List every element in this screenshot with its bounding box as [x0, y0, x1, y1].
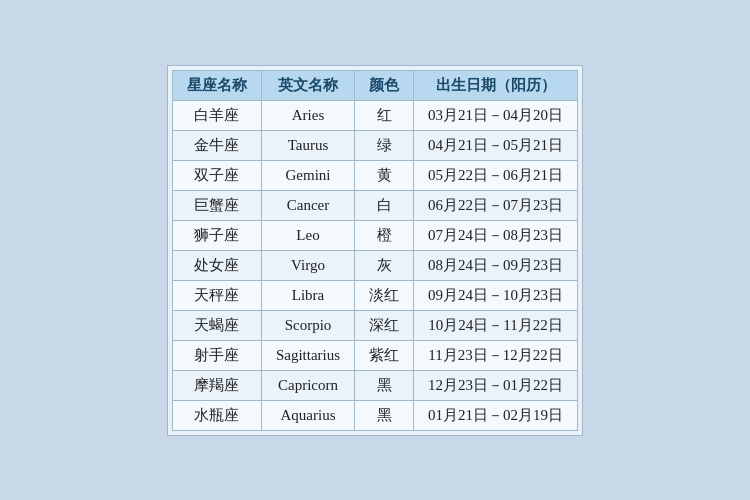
table-header-row: 星座名称 英文名称 颜色 出生日期（阳历） [172, 70, 577, 100]
cell-chinese-name: 白羊座 [172, 100, 261, 130]
cell-english-name: Libra [261, 280, 354, 310]
cell-chinese-name: 处女座 [172, 250, 261, 280]
cell-english-name: Taurus [261, 130, 354, 160]
cell-color: 白 [355, 190, 414, 220]
table-row: 巨蟹座Cancer白06月22日－07月23日 [172, 190, 577, 220]
cell-english-name: Sagittarius [261, 340, 354, 370]
cell-dates: 05月22日－06月21日 [414, 160, 578, 190]
table-row: 天秤座Libra淡红09月24日－10月23日 [172, 280, 577, 310]
header-chinese-name: 星座名称 [172, 70, 261, 100]
cell-english-name: Aquarius [261, 400, 354, 430]
cell-english-name: Capricorn [261, 370, 354, 400]
cell-dates: 12月23日－01月22日 [414, 370, 578, 400]
cell-english-name: Leo [261, 220, 354, 250]
cell-color: 紫红 [355, 340, 414, 370]
table-row: 射手座Sagittarius紫红11月23日－12月22日 [172, 340, 577, 370]
cell-dates: 01月21日－02月19日 [414, 400, 578, 430]
cell-chinese-name: 金牛座 [172, 130, 261, 160]
cell-chinese-name: 射手座 [172, 340, 261, 370]
cell-english-name: Gemini [261, 160, 354, 190]
cell-chinese-name: 巨蟹座 [172, 190, 261, 220]
table-row: 水瓶座Aquarius黑01月21日－02月19日 [172, 400, 577, 430]
table-row: 摩羯座Capricorn黑12月23日－01月22日 [172, 370, 577, 400]
cell-color: 淡红 [355, 280, 414, 310]
cell-color: 黑 [355, 370, 414, 400]
table-row: 双子座Gemini黄05月22日－06月21日 [172, 160, 577, 190]
cell-dates: 03月21日－04月20日 [414, 100, 578, 130]
cell-dates: 04月21日－05月21日 [414, 130, 578, 160]
cell-chinese-name: 天蝎座 [172, 310, 261, 340]
cell-chinese-name: 水瓶座 [172, 400, 261, 430]
header-color: 颜色 [355, 70, 414, 100]
cell-chinese-name: 摩羯座 [172, 370, 261, 400]
cell-color: 黑 [355, 400, 414, 430]
header-dates: 出生日期（阳历） [414, 70, 578, 100]
cell-color: 红 [355, 100, 414, 130]
zodiac-table: 星座名称 英文名称 颜色 出生日期（阳历） 白羊座Aries红03月21日－04… [172, 70, 578, 431]
cell-english-name: Virgo [261, 250, 354, 280]
cell-chinese-name: 狮子座 [172, 220, 261, 250]
cell-color: 绿 [355, 130, 414, 160]
zodiac-table-container: 星座名称 英文名称 颜色 出生日期（阳历） 白羊座Aries红03月21日－04… [167, 65, 583, 436]
table-body: 白羊座Aries红03月21日－04月20日金牛座Taurus绿04月21日－0… [172, 100, 577, 430]
cell-chinese-name: 天秤座 [172, 280, 261, 310]
cell-dates: 11月23日－12月22日 [414, 340, 578, 370]
table-row: 狮子座Leo橙07月24日－08月23日 [172, 220, 577, 250]
cell-color: 深红 [355, 310, 414, 340]
cell-color: 橙 [355, 220, 414, 250]
cell-dates: 08月24日－09月23日 [414, 250, 578, 280]
cell-dates: 10月24日－11月22日 [414, 310, 578, 340]
cell-color: 灰 [355, 250, 414, 280]
cell-dates: 09月24日－10月23日 [414, 280, 578, 310]
cell-dates: 06月22日－07月23日 [414, 190, 578, 220]
cell-english-name: Aries [261, 100, 354, 130]
table-row: 处女座Virgo灰08月24日－09月23日 [172, 250, 577, 280]
cell-chinese-name: 双子座 [172, 160, 261, 190]
cell-english-name: Scorpio [261, 310, 354, 340]
cell-color: 黄 [355, 160, 414, 190]
header-english-name: 英文名称 [261, 70, 354, 100]
cell-dates: 07月24日－08月23日 [414, 220, 578, 250]
table-row: 白羊座Aries红03月21日－04月20日 [172, 100, 577, 130]
cell-english-name: Cancer [261, 190, 354, 220]
table-row: 金牛座Taurus绿04月21日－05月21日 [172, 130, 577, 160]
table-row: 天蝎座Scorpio深红10月24日－11月22日 [172, 310, 577, 340]
